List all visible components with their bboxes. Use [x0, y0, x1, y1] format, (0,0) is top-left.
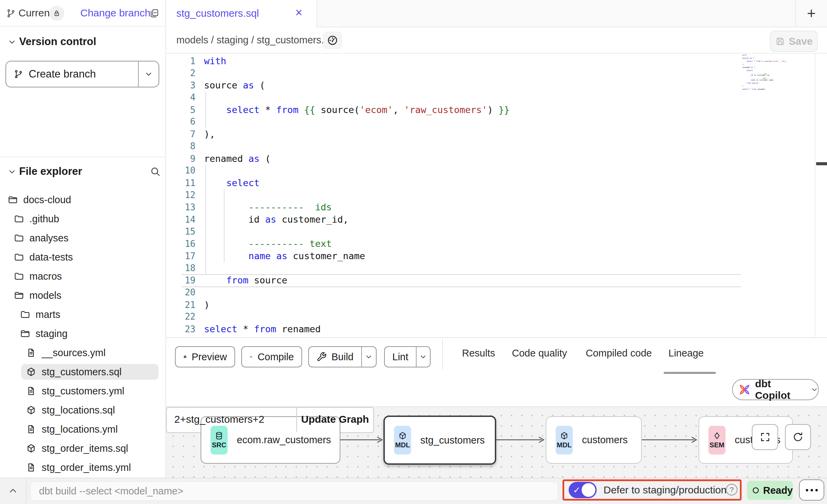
folder-open-icon	[14, 290, 24, 300]
breadcrumb-bar: models / staging / stg_customers.sql Sav…	[166, 27, 827, 54]
save-button[interactable]: Save	[770, 31, 818, 52]
file-doc-icon	[26, 462, 36, 473]
refresh-icon	[792, 431, 804, 443]
tab-compiled-code[interactable]: Compiled code	[586, 345, 652, 362]
folder-open-icon	[8, 195, 18, 205]
chevron-up-icon[interactable]	[8, 485, 18, 496]
lineage-edge	[496, 436, 546, 444]
chevron-down-icon[interactable]	[144, 70, 153, 79]
help-icon[interactable]: ?	[726, 484, 737, 495]
search-icon[interactable]	[150, 166, 161, 177]
cube-icon	[26, 367, 36, 377]
tree-item-analyses[interactable]: analyses	[0, 228, 165, 248]
tab-title: stg_customers.sql	[176, 0, 259, 27]
tree-item-stg_order_items.sql[interactable]: stg_order_items.sql	[0, 439, 165, 458]
editor-minimap[interactable]: withsource as ( select * from {{ source(…	[742, 54, 787, 92]
diamond-icon	[713, 431, 721, 440]
file-doc-icon	[26, 424, 36, 434]
new-tab-button[interactable]: +	[804, 3, 819, 23]
command-input[interactable]: dbt build --select <model_name>	[30, 481, 558, 501]
toggle-knob	[582, 483, 595, 497]
create-branch-label: Create branch	[29, 61, 96, 87]
database-icon	[215, 431, 223, 440]
lineage-canvas[interactable]: SRCecom.raw_customersMDLstg_customersMDL…	[166, 407, 827, 478]
divider	[138, 61, 139, 87]
tab-stg-customers-sql[interactable]: stg_customers.sql ×	[166, 0, 317, 27]
result-tabs: ResultsCode qualityCompiled codeLineage	[166, 337, 827, 372]
breadcrumb: models / staging / stg_customers.sql	[176, 27, 337, 53]
status-bar: dbt build --select <model_name> ✓ Defer …	[0, 478, 827, 504]
more-options-icon	[806, 489, 808, 491]
divider	[795, 0, 796, 27]
cube-icon	[560, 431, 569, 440]
tree-item-stg_customers.sql[interactable]: stg_customers.sql	[0, 362, 165, 381]
lineage-edge	[340, 436, 384, 444]
defer-toggle[interactable]: ✓	[569, 482, 597, 498]
create-branch-button[interactable]: Create branch	[5, 61, 159, 87]
tab-lineage[interactable]: Lineage	[668, 345, 704, 362]
file-doc-icon	[26, 348, 36, 358]
active-line-rule	[181, 286, 741, 287]
gauge-icon	[327, 34, 338, 46]
branch-locked-badge	[49, 6, 64, 21]
close-icon[interactable]: ×	[295, 0, 302, 27]
node-type-badge: MDL	[394, 426, 411, 454]
lineage-edge	[642, 436, 699, 444]
cube-icon	[26, 405, 36, 415]
tree-item-__sources.yml[interactable]: __sources.yml	[0, 343, 165, 362]
save-icon	[775, 36, 785, 46]
chevron-down-icon[interactable]	[8, 38, 16, 46]
indent-guide	[205, 92, 206, 128]
tree-item-staging[interactable]: staging	[0, 324, 165, 343]
tree-item-models[interactable]: models	[0, 286, 165, 305]
file-tree: docs-cloud.githubanalysesdata-testsmacro…	[0, 190, 165, 477]
tree-item-data-tests[interactable]: data-tests	[0, 248, 165, 267]
node-type-badge: SEM	[708, 426, 726, 454]
lineage-node-customers[interactable]: SEMcustomers	[699, 416, 793, 464]
tree-item-docs-cloud[interactable]: docs-cloud	[0, 190, 165, 209]
lineage-node-customers[interactable]: MDLcustomers	[546, 416, 642, 464]
current-branch-label: Current	[18, 0, 53, 26]
lineage-gauge-button[interactable]	[323, 31, 342, 49]
ring-icon	[752, 486, 760, 495]
code-editor[interactable]: 1with23source as (45 select * from {{ so…	[166, 54, 827, 337]
git-branch-icon	[6, 9, 16, 18]
folder-icon	[14, 271, 24, 281]
tree-item-stg_locations.sql[interactable]: stg_locations.sql	[0, 401, 165, 420]
fullscreen-button[interactable]	[752, 424, 778, 450]
tree-item-macros[interactable]: macros	[0, 267, 165, 286]
active-tab-underline	[664, 372, 716, 374]
version-control-header[interactable]: Version control	[19, 36, 96, 48]
indent-guide	[224, 189, 225, 262]
refresh-button[interactable]	[785, 424, 811, 450]
command-placeholder: dbt build --select <model_name>	[39, 482, 183, 500]
tree-item-stg_locations.yml[interactable]: stg_locations.yml	[0, 420, 165, 439]
divider	[0, 157, 165, 157]
lineage-node-stg_customers[interactable]: MDLstg_customers	[383, 416, 496, 465]
dbt-copilot-icon	[738, 383, 751, 396]
tree-item-stg_order_items.yml[interactable]: stg_order_items.yml	[0, 458, 165, 477]
tree-item-.github[interactable]: .github	[0, 209, 165, 228]
editor-scrollbar[interactable]	[816, 162, 827, 165]
divider	[815, 54, 815, 337]
check-icon: ✓	[573, 482, 581, 498]
update-graph-button[interactable]: Update Graph	[297, 407, 373, 432]
tab-results[interactable]: Results	[462, 345, 495, 362]
active-line-rule	[181, 274, 741, 275]
lineage-selector-input[interactable]: 2+stg_customers+2	[174, 407, 264, 432]
cube-icon	[398, 431, 407, 440]
folder-icon	[14, 252, 24, 262]
chevron-down-icon[interactable]	[8, 167, 16, 176]
more-options-button[interactable]	[799, 479, 824, 501]
change-branch-link[interactable]: Change branch	[80, 0, 150, 26]
status-badge: Ready	[747, 481, 793, 500]
copy-icon[interactable]	[149, 8, 159, 18]
cube-icon	[26, 443, 36, 453]
folder-icon	[14, 233, 24, 243]
branch-topbar: Current Change branch	[0, 0, 165, 27]
tab-code-quality[interactable]: Code quality	[512, 345, 567, 362]
dbt-copilot-button[interactable]: dbt Copilot	[732, 379, 819, 400]
file-explorer-header[interactable]: File explorer	[19, 165, 82, 178]
tree-item-stg_customers.yml[interactable]: stg_customers.yml	[0, 381, 165, 401]
tree-item-marts[interactable]: marts	[0, 305, 165, 324]
